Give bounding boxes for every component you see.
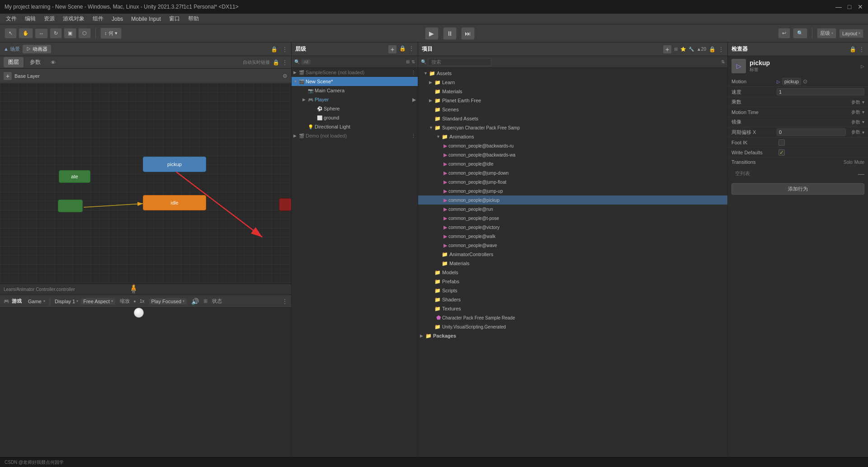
project-icon2[interactable]: ⭐: [680, 47, 686, 52]
project-item-anim-wave[interactable]: ▶ common_people@wave: [418, 241, 727, 250]
motion-value[interactable]: pickup: [782, 78, 801, 85]
hierarchy-item-ground[interactable]: ▶ ⬜ ground: [292, 113, 418, 122]
more2-icon[interactable]: ⋮: [282, 59, 288, 66]
project-item-packages[interactable]: ▶ 📁 Packages: [418, 331, 727, 340]
project-item-prefabs[interactable]: ▶ 📁 Prefabs: [418, 277, 727, 286]
game-more-icon[interactable]: ⋮: [282, 298, 288, 305]
project-icon1[interactable]: ⊞: [674, 47, 678, 52]
state-node-idle[interactable]: idle: [143, 195, 206, 210]
project-add-button[interactable]: +: [663, 45, 671, 53]
inspector-more-icon[interactable]: ⋮: [859, 46, 864, 52]
hierarchy-more-icon[interactable]: ⋮: [409, 45, 414, 53]
project-search-input[interactable]: [428, 58, 491, 66]
tool-rect[interactable]: ▣: [64, 28, 76, 38]
play-focused-dropdown[interactable]: Play Focused ▾: [149, 298, 187, 305]
menu-edit[interactable]: 编辑: [21, 14, 39, 24]
mute-icon[interactable]: 🔊: [191, 298, 199, 305]
project-item-scenes[interactable]: ▶ 📁 Scenes: [418, 105, 727, 114]
footik-checkbox[interactable]: [778, 139, 785, 146]
hierarchy-item-dirlight[interactable]: ▶ 💡 Directional Light: [292, 122, 418, 131]
menu-component[interactable]: 组件: [89, 14, 107, 24]
project-item-charpack[interactable]: ⬟ Character Pack Free Sample Reade: [418, 313, 727, 322]
project-item-scripts[interactable]: ▶ 📁 Scripts: [418, 286, 727, 295]
project-item-anim-jump-up[interactable]: ▶ common_people@jump-up: [418, 186, 727, 195]
play-button[interactable]: ▶: [425, 27, 439, 40]
menu-assets[interactable]: 资源: [40, 14, 58, 24]
search-button[interactable]: 🔍: [793, 28, 807, 38]
project-item-materials[interactable]: ▶ 📁 Materials: [418, 87, 727, 96]
menu-file[interactable]: 文件: [2, 14, 20, 24]
lock-icon[interactable]: 🔒: [271, 46, 278, 52]
project-item-textures[interactable]: ▶ 📁 Textures: [418, 304, 727, 313]
project-item-anim-walk[interactable]: ▶ common_people@walk: [418, 232, 727, 241]
pivot-toggle[interactable]: ↕ 何 ▾: [100, 28, 122, 39]
minimize-button[interactable]: —: [835, 4, 842, 10]
project-item-materials2[interactable]: ▶ 📁 Materials: [418, 259, 727, 268]
hierarchy-lock-icon[interactable]: 🔒: [399, 45, 406, 53]
writedefaults-checkbox[interactable]: ✓: [778, 149, 785, 156]
project-item-animations[interactable]: ▼ 📁 Animations: [418, 132, 727, 141]
solo-label[interactable]: Solo: [844, 160, 853, 165]
player-more-icon[interactable]: ▶: [412, 97, 416, 103]
project-more-icon[interactable]: ⋮: [718, 46, 724, 52]
mute-label[interactable]: Mute: [854, 160, 864, 165]
project-filter-icon[interactable]: ⇅: [721, 59, 725, 64]
project-lock-icon[interactable]: 🔒: [709, 46, 716, 52]
project-item-learn[interactable]: ▶ 📁 Learn: [418, 78, 727, 87]
state-node-pickup[interactable]: pickup: [143, 157, 206, 172]
project-item-anim-jump-down[interactable]: ▶ common_people@jump-down: [418, 168, 727, 177]
pause-button[interactable]: ⏸: [443, 27, 457, 40]
state-node-ate[interactable]: ate: [59, 170, 90, 183]
layout-dropdown[interactable]: Layout ▾: [839, 29, 863, 38]
menu-mobileinput[interactable]: Mobile Input: [127, 15, 164, 23]
layer-settings-icon[interactable]: ⚙: [283, 73, 288, 79]
state-node-red[interactable]: [279, 198, 291, 211]
project-item-planet[interactable]: ▶ 📁 Planet Earth Free: [418, 96, 727, 105]
tool-hand[interactable]: ↖: [5, 28, 17, 38]
hierarchy-item-newscene[interactable]: ▼ 🎬 New Scene*: [292, 77, 418, 86]
inspector-lock-icon[interactable]: 🔒: [849, 46, 856, 52]
project-icon3[interactable]: 🔧: [689, 47, 694, 52]
project-item-anim-victory[interactable]: ▶ common_people@victory: [418, 223, 727, 232]
stats-icon[interactable]: ⊞: [203, 298, 208, 304]
layers-dropdown[interactable]: 层级 ▾: [817, 28, 836, 38]
menu-jobs[interactable]: Jobs: [108, 15, 127, 23]
tool-scale[interactable]: ↻: [50, 28, 62, 38]
scene-tab[interactable]: ▲ 场景: [4, 46, 20, 52]
animator-tab[interactable]: ▷ 动画器: [23, 45, 51, 53]
undo-button[interactable]: ↩: [778, 28, 790, 38]
hierarchy-filter-icon[interactable]: ⊞: [406, 59, 410, 64]
minus-button[interactable]: —: [858, 170, 864, 177]
motion-select-icon[interactable]: ⊙: [803, 78, 807, 85]
animator-canvas[interactable]: ate pickup idle: [0, 83, 291, 284]
project-item-anim-backwards-ru[interactable]: ▶ common_people@backwards-ru: [418, 141, 727, 150]
visibility-icon[interactable]: 👁: [51, 60, 56, 65]
maximize-button[interactable]: □: [846, 4, 853, 10]
project-item-models[interactable]: ▶ 📁 Models: [418, 268, 727, 277]
tool-rotate[interactable]: ↔: [35, 29, 48, 38]
hierarchy-item-samplescene[interactable]: ▶ 🎬 SampleScene (not loaded) ⋮: [292, 68, 418, 77]
tab-params[interactable]: 参数: [25, 57, 45, 67]
samplescene-more-icon[interactable]: ⋮: [411, 70, 416, 76]
close-button[interactable]: ✕: [857, 4, 863, 10]
menu-gameobject[interactable]: 游戏对象: [59, 14, 88, 24]
hierarchy-item-sphere[interactable]: ▶ ⚽ Sphere: [292, 104, 418, 113]
step-button[interactable]: ⏭: [461, 27, 475, 40]
display-dropdown[interactable]: Display 1 ▾: [55, 299, 78, 304]
project-item-visualscripting[interactable]: ▶ 📁 Unity.VisualScripting.Generated: [418, 322, 727, 331]
lock2-icon[interactable]: 🔒: [273, 59, 279, 66]
project-item-anim-backwards-wa[interactable]: ▶ common_people@backwards-wa: [418, 150, 727, 159]
project-item-supercyan[interactable]: ▼ 📁 Supercyan Character Pack Free Samp: [418, 123, 727, 132]
tool-move[interactable]: ✋: [19, 28, 33, 38]
project-item-anim-jump-float[interactable]: ▶ common_people@jump-float: [418, 177, 727, 186]
window-controls[interactable]: — □ ✕: [835, 4, 863, 10]
more-options-icon[interactable]: ⋮: [282, 46, 288, 52]
inspector-expand-icon[interactable]: ▷: [861, 64, 864, 69]
menu-window[interactable]: 窗口: [165, 14, 184, 24]
aspect-dropdown[interactable]: Free Aspect ▾: [81, 298, 115, 305]
project-item-anim-pickup[interactable]: ▶ common_people@pickup: [418, 195, 727, 205]
add-layer-button[interactable]: +: [4, 72, 12, 80]
hierarchy-item-demo[interactable]: ▶ 🎬 Demo (not loaded) ⋮: [292, 131, 418, 140]
game-dropdown[interactable]: Game ▾: [28, 299, 45, 304]
state-node-left2[interactable]: [58, 200, 83, 212]
